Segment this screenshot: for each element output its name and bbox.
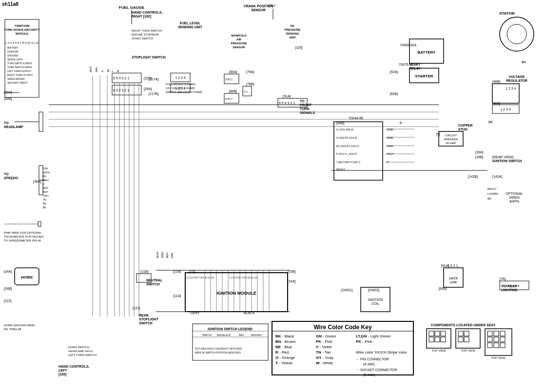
svg-text:[GND2]: [GND2]: [368, 288, 379, 292]
svg-text:[10A]: [10A]: [288, 280, 295, 283]
svg-text:R/BK: R/BK: [387, 128, 393, 131]
svg-text:[80A]: [80A]: [229, 70, 237, 74]
svg-text:BN/GY: BN/GY: [487, 187, 497, 190]
svg-text:1 2 3 4: 1 2 3 4: [500, 108, 511, 111]
svg-text:TOP VIEW: TOP VIEW: [431, 349, 446, 352]
svg-text:R/BK: R/BK: [387, 145, 393, 148]
svg-text:R: R: [400, 121, 402, 125]
svg-text:1 2 3 4: 1 2 3 4: [175, 87, 186, 90]
wiring-diagram: sh11a8 TSM/TSSM TURN SIGNAL/SECURITY MOD…: [0, 0, 545, 392]
svg-text:BATTERY: BATTERY: [418, 50, 436, 55]
svg-text:RIGHT TURN SWITCH: RIGHT TURN SWITCH: [132, 29, 162, 32]
svg-text:SENSOR: SENSOR: [251, 8, 266, 12]
svg-text:HORN: HORN: [21, 275, 33, 280]
svg-text:STUD: STUD: [458, 128, 467, 131]
svg-text:TURN SWITCH INPUT: TURN SWITCH INPUT: [7, 62, 32, 65]
svg-text:LEFT TURN SWITCH: LEFT TURN SWITCH: [68, 354, 97, 356]
svg-text:BREAKER: BREAKER: [444, 138, 458, 141]
svg-text:MANIFOLD: MANIFOLD: [231, 34, 247, 37]
svg-text:PN 70592-99: PN 70592-99: [4, 328, 21, 331]
svg-text:SWITCH: SWITCH: [146, 282, 160, 286]
svg-text:SIREN DRIVER: SIREN DRIVER: [7, 77, 25, 80]
svg-text:TO: TO: [4, 121, 9, 125]
svg-text:BN/Y: BN/Y: [43, 187, 49, 189]
svg-text:OPTIONAL: OPTIONAL: [506, 192, 523, 195]
svg-text:6 5 4 3 2 1: 6 5 4 3 2 1: [113, 76, 129, 80]
svg-text:LEFT: LEFT: [58, 369, 67, 372]
svg-text:BK: BK: [522, 60, 526, 64]
svg-text:O/W: O/W: [43, 167, 48, 170]
svg-text:[46A]: [46A]: [492, 102, 500, 106]
svg-text:REAR: REAR: [139, 314, 149, 317]
svg-text:[142A]: [142A]: [492, 175, 502, 179]
svg-text:SWITCH: SWITCH: [139, 321, 153, 325]
svg-text:[163]: [163]: [58, 373, 66, 376]
svg-text:8/4PN: 8/4PN: [509, 200, 519, 203]
svg-text:STARTER: STARTER: [415, 74, 433, 78]
svg-text:SECURITY INPUT: SECURITY INPUT: [7, 81, 28, 84]
svg-text:PK - Pink: PK - Pink: [316, 339, 333, 344]
svg-text:TURN SWITCH INPUT: TURN SWITCH INPUT: [7, 66, 32, 69]
diagram-title: sh11a8: [2, 1, 19, 7]
svg-text:[REAR VIEW]: [REAR VIEW]: [492, 155, 513, 159]
svg-text:BK - Black: BK - Black: [275, 334, 294, 338]
svg-text:GNY: GNY: [268, 4, 276, 7]
svg-text:TSM/TSSM: TSM/TSSM: [15, 24, 30, 27]
svg-text:AIR: AIR: [236, 38, 242, 41]
svg-text:1 2 3 4 5 6 7 8 9 10 11 12: 1 2 3 4 5 6 7 8 9 10 11 12: [229, 276, 257, 279]
svg-text:BK/R: BK/R: [89, 66, 92, 72]
svg-text:SENSOR: SENSOR: [233, 46, 245, 49]
svg-text:[62A]: [62A]: [390, 70, 398, 74]
svg-text:R - Red: R - Red: [275, 350, 289, 355]
svg-text:HEADLAMP: HEADLAMP: [4, 125, 23, 129]
svg-text:30 AMP: 30 AMP: [446, 142, 456, 145]
svg-text:P  ACCY_15A  R: P ACCY_15A R: [336, 152, 357, 155]
svg-text:FUEL GAUGE: FUEL GAUGE: [119, 5, 145, 10]
svg-text:A B C: A B C: [225, 97, 233, 100]
svg-text:[62B]: [62B]: [390, 92, 398, 96]
svg-text:BN - Brown: BN - Brown: [275, 339, 295, 344]
svg-text:I  SECURITY15A  J: I SECURITY15A J: [336, 161, 360, 164]
svg-text:Wire Color Code Key: Wire Color Code Key: [313, 324, 372, 331]
svg-text:NEUTRAL: NEUTRAL: [146, 279, 163, 282]
svg-text:LEFT TURN OUTPUT: LEFT TURN OUTPUT: [7, 70, 31, 73]
svg-text:FUEL LEVEL: FUEL LEVEL: [180, 21, 201, 25]
svg-text:70075-00: 70075-00: [399, 63, 413, 66]
svg-text:[64B]: [64B]: [336, 121, 344, 125]
svg-text:LINK: LINK: [449, 280, 457, 284]
svg-text:PRESSURE: PRESSURE: [231, 42, 247, 45]
svg-text:UNIT: UNIT: [289, 36, 296, 39]
svg-text:COPPER: COPPER: [458, 124, 473, 127]
svg-text:[79A]: [79A]: [246, 70, 254, 74]
svg-text:[33A]: [33A]: [475, 150, 483, 154]
svg-text:STATOR: STATOR: [499, 11, 515, 16]
svg-text:HORN GROUND WIRE: HORN GROUND WIRE: [4, 324, 35, 327]
svg-text:PINK WIRE FOR OPTIONAL: PINK WIRE FOR OPTIONAL: [4, 231, 42, 234]
svg-text:TURN: TURN: [300, 107, 309, 111]
svg-text:SPEEDO: SPEEDO: [4, 176, 19, 180]
svg-text:PK - Pink: PK - Pink: [356, 339, 373, 344]
svg-text:Wire color XX/XX-Stripe color: Wire color XX/XX-Stripe color: [356, 350, 407, 355]
svg-text:WIRE IN SWITCH POSITION INDICA: WIRE IN SWITCH POSITION INDICATED: [195, 351, 241, 354]
svg-text:IGNITION: IGNITION: [7, 50, 19, 53]
svg-text:BE - Blue: BE - Blue: [275, 345, 292, 349]
svg-text:[142B]: [142B]: [468, 175, 478, 179]
svg-text:GN - Green: GN - Green: [316, 334, 336, 338]
svg-text:O - Orange: O - Orange: [275, 355, 295, 360]
svg-text:[120]: [120]: [295, 46, 303, 50]
svg-text:R/BK: R/BK: [171, 252, 174, 258]
svg-text:TO: TO: [4, 172, 9, 176]
svg-text:IGNITION: IGNITION: [368, 298, 383, 301]
svg-text:BK/W: BK/W: [156, 252, 159, 258]
svg-text:G  IGN 15A  B: G IGN 15A B: [336, 128, 353, 131]
svg-text:IGNITION SWITCH: IGNITION SWITCH: [492, 159, 522, 163]
svg-text:[117B]: [117B]: [149, 92, 158, 96]
svg-text:TN - Tan: TN - Tan: [316, 350, 331, 355]
svg-text:HAND CONTROLS,: HAND CONTROLS,: [58, 365, 89, 369]
svg-text:VOLTAGE: VOLTAGE: [509, 75, 525, 78]
svg-text:CIRCUIT: CIRCUIT: [445, 134, 457, 137]
svg-text:[11B]: [11B]: [140, 270, 148, 274]
svg-text:1 2 3 4 5 6 7 8 9 10 11 12: 1 2 3 4 5 6 7 8 9 10 11 12: [5, 41, 39, 44]
svg-text:IGNITION MODULE: IGNITION MODULE: [216, 291, 256, 296]
svg-text:ENGINE STOP/RUN: ENGINE STOP/RUN: [132, 33, 159, 36]
